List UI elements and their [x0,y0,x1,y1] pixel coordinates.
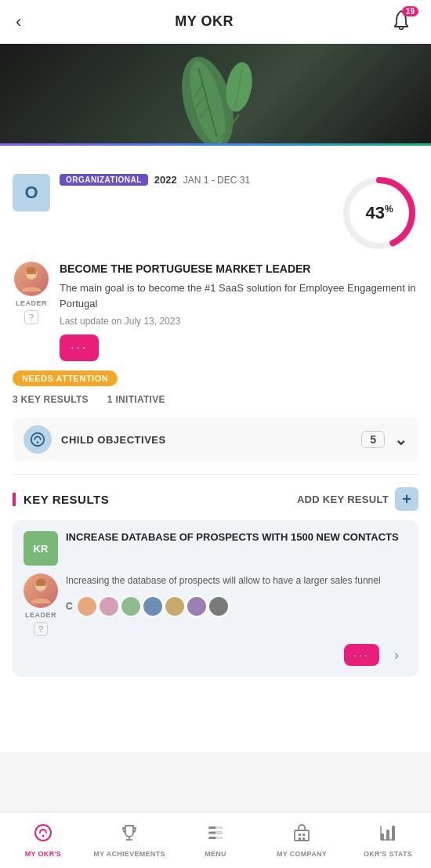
svg-rect-26 [216,831,223,834]
hero-image [0,44,431,146]
child-objectives-row[interactable]: CHILD OBJECTIVES 5 ⌄ [13,418,418,461]
kr-footer-row: ··· › [24,644,407,666]
notification-button[interactable]: 19 [387,8,415,36]
status-badge: NEEDS ATTENTION [13,371,118,386]
okr-card: O ORGANIZATIONAL 2022 JAN 1 - DEC 31 43% [13,161,418,752]
okr-year: 2022 [154,174,177,186]
child-objectives-label: CHILD OBJECTIVES [61,434,352,446]
avatar-4 [142,595,164,617]
chevron-down-icon: ⌄ [394,430,407,449]
notification-badge: 19 [402,6,418,16]
kr-type-box: KR [24,531,58,566]
svg-rect-27 [216,837,223,839]
avatar-6 [186,595,208,617]
svg-point-13 [31,433,45,447]
menu-nav-icon [205,823,226,848]
kr-leader-avatar [24,573,58,608]
kr-card-header: KR INCREASE DATABASE OF PROSPECTS WITH 1… [24,531,407,566]
okr-nav-icon [33,823,53,848]
svg-rect-31 [299,837,301,841]
kr-title: INCREASE DATABASE OF PROSPECTS WITH 1500… [66,531,407,544]
svg-point-18 [35,825,51,841]
organizational-tag: ORGANIZATIONAL [60,174,148,186]
kr-description-block: Increasing the database of prospects wil… [66,573,407,636]
svg-rect-25 [216,826,223,829]
kr-next-button[interactable]: › [386,644,407,666]
kr-avatar-c-label: C [66,601,73,612]
svg-rect-30 [302,834,305,836]
svg-rect-29 [299,834,301,836]
okr-last-update: Last update on July 13, 2023 [60,316,418,327]
key-results-count-row: 3 KEY RESULTS 1 INITIATIVE [13,394,418,405]
nav-item-menu[interactable]: MENU [172,812,259,868]
avatar-7 [208,595,230,617]
child-objectives-count: 5 [361,431,385,448]
kr-leader-label: LEADER [25,611,56,619]
nav-label-my-okrs: MY OKR'S [25,850,61,859]
key-results-section-title: KEY RESULTS [13,493,109,506]
okr-more-button[interactable]: ··· [60,335,99,361]
kr-card: KR INCREASE DATABASE OF PROSPECTS WITH 1… [13,520,418,677]
kr-count: 3 KEY RESULTS [13,394,89,405]
key-results-header: KEY RESULTS ADD KEY RESULT + [13,474,418,520]
nav-item-company[interactable]: MY COMPANY [259,812,345,868]
avatar-1 [76,595,98,617]
stats-nav-icon [378,823,398,848]
svg-rect-35 [392,826,395,841]
add-kr-label: ADD KEY RESULT [297,494,389,505]
nav-label-menu: MENU [205,850,226,859]
kr-assignees-row: C [66,595,407,617]
bottom-navigation: MY OKR'S MY ACHIEVEMENTS MENU [0,812,431,868]
okr-progress-ring: 43% [340,174,418,252]
okr-title: BECOME THE PORTUGUESE MARKET LEADER [60,262,418,276]
kr-leader-help-icon[interactable]: ? [34,622,48,636]
main-content: O ORGANIZATIONAL 2022 JAN 1 - DEC 31 43% [0,146,431,752]
okr-description: BECOME THE PORTUGUESE MARKET LEADER The … [60,262,418,361]
svg-rect-28 [295,830,309,841]
page-title: MY OKR [175,13,234,30]
company-nav-icon [292,823,312,848]
nav-label-achievements: MY ACHIEVEMENTS [93,850,165,859]
svg-point-14 [37,441,39,443]
kr-actions: ··· › [344,644,407,666]
progress-value: 43% [365,203,393,223]
kr-description: Increasing the database of prospects wil… [66,573,407,588]
svg-rect-32 [302,837,305,841]
kr-more-button[interactable]: ··· [344,644,379,666]
okr-status-row: NEEDS ATTENTION 3 KEY RESULTS 1 INITIATI… [13,371,418,405]
leader-column: LEADER ? [13,262,50,361]
hero-leaf-decoration [137,52,294,146]
nav-item-my-okrs[interactable]: MY OKR'S [0,812,86,868]
trophy-nav-icon [119,823,139,848]
leader-avatar [14,262,49,296]
child-objectives-icon [24,425,52,454]
initiative-count: 1 INITIATIVE [107,394,165,405]
kr-leader-col: LEADER ? [24,573,58,636]
avatar-5 [164,595,186,617]
okr-type-icon: O [13,174,50,212]
back-button[interactable]: ‹ [16,12,21,32]
add-kr-button[interactable]: + [395,487,418,511]
okr-description-text: The main goal is to become the #1 SaaS s… [60,280,418,311]
nav-label-company: MY COMPANY [277,850,327,859]
nav-item-achievements[interactable]: MY ACHIEVEMENTS [86,812,172,868]
okr-meta: ORGANIZATIONAL 2022 JAN 1 - DEC 31 [60,174,331,189]
add-key-result-row[interactable]: ADD KEY RESULT + [297,487,418,511]
svg-point-19 [42,834,45,837]
nav-item-stats[interactable]: OKR'S STATS [345,812,431,868]
okr-date-range: JAN 1 - DEC 31 [183,175,250,186]
svg-rect-34 [386,830,389,841]
header: ‹ MY OKR 19 [0,0,431,44]
okr-tags: ORGANIZATIONAL 2022 JAN 1 - DEC 31 [60,174,331,186]
leader-label-text: LEADER [16,299,47,307]
leader-help-icon[interactable]: ? [24,310,38,324]
avatar-3 [120,595,142,617]
okr-body: LEADER ? BECOME THE PORTUGUESE MARKET LE… [13,262,418,361]
kr-body: LEADER ? Increasing the database of pros… [24,573,407,636]
nav-label-stats: OKR'S STATS [364,850,412,859]
kr-info: INCREASE DATABASE OF PROSPECTS WITH 1500… [66,531,407,548]
avatar-2 [98,595,120,617]
